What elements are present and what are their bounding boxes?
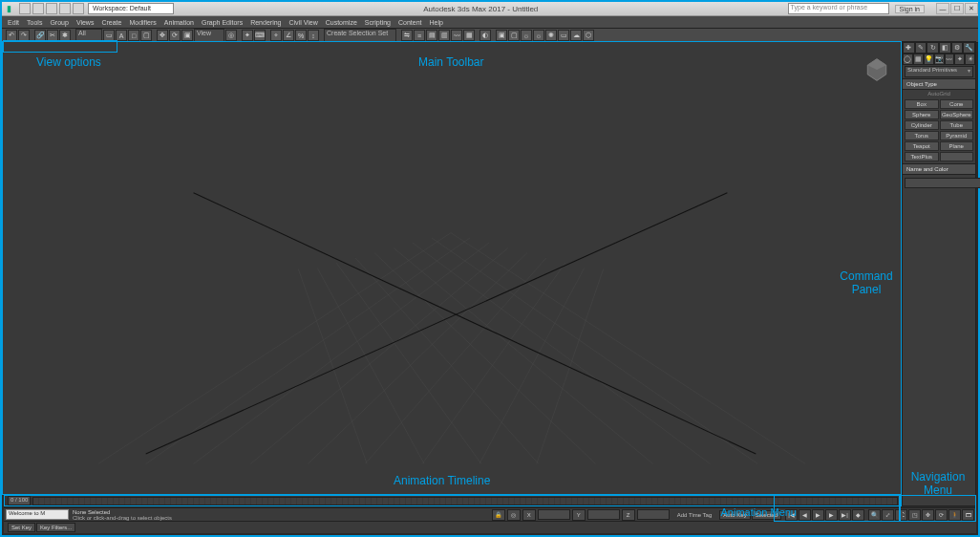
signin-button[interactable]: Sign in [895, 5, 925, 13]
rendered-frame-button[interactable]: ▢ [508, 30, 520, 41]
timeline-track[interactable] [32, 497, 898, 505]
prev-frame-icon[interactable]: ◀ [799, 509, 811, 521]
add-time-tag[interactable]: Add Time Tag [677, 512, 713, 518]
use-center-button[interactable]: ◎ [225, 30, 237, 41]
menu-rendering[interactable]: Rendering [250, 19, 281, 26]
tab-utilities-icon[interactable]: 🔧 [963, 42, 975, 54]
tab-create-icon[interactable]: ✚ [903, 42, 915, 54]
ref-coord-sys[interactable]: View [194, 29, 224, 42]
z-field[interactable] [637, 509, 670, 520]
menu-group[interactable]: Group [50, 19, 68, 26]
render-button[interactable]: ☼ [521, 30, 532, 41]
rotate-button[interactable]: ⟳ [169, 30, 181, 41]
qat-open-icon[interactable] [32, 3, 44, 14]
align-button[interactable]: ≡ [414, 30, 425, 41]
move-button[interactable]: ✥ [157, 30, 168, 41]
workspace-selector[interactable]: Workspace: Default [88, 3, 174, 14]
keyfilters-button[interactable]: Key Filters... [36, 523, 75, 532]
render-setup-button[interactable]: ▣ [496, 30, 507, 41]
goto-start-icon[interactable]: |◀ [785, 509, 798, 521]
menu-animation[interactable]: Animation [164, 19, 194, 26]
bind-spacewarp-button[interactable]: ✱ [59, 30, 71, 41]
rollout-name-color[interactable]: Name and Color [903, 163, 975, 175]
play-icon[interactable]: ▶ [812, 509, 824, 521]
animation-timeline[interactable]: 0 / 100 [4, 495, 902, 506]
select-object-button[interactable]: ▭ [103, 30, 115, 41]
menu-grapheditors[interactable]: Graph Editors [202, 19, 243, 26]
help-search-input[interactable]: Type a keyword or phrase [788, 3, 889, 14]
primitive-tube[interactable]: Tube [940, 120, 974, 130]
cat-spacewarps-icon[interactable]: ✦ [954, 54, 965, 65]
viewcube-icon[interactable] [864, 57, 889, 82]
maximize-icon[interactable]: ☐ [950, 3, 964, 14]
maxscript-listener[interactable]: Welcome to M [6, 509, 69, 520]
cat-shapes-icon[interactable]: ▦ [913, 54, 924, 65]
autogrid-checkbox[interactable]: AutoGrid [903, 90, 975, 97]
object-name-input[interactable] [905, 178, 980, 188]
menu-civilview[interactable]: Civil View [288, 19, 317, 26]
select-region-button[interactable]: □ [128, 30, 139, 41]
pan-icon[interactable]: ✥ [922, 509, 934, 521]
minimize-icon[interactable]: — [936, 3, 949, 14]
cat-geometry-icon[interactable]: ◯ [903, 54, 913, 65]
scale-button[interactable]: ▣ [181, 30, 193, 41]
orbit-icon[interactable]: ⟳ [935, 509, 948, 521]
primitive-geosphere[interactable]: GeoSphere [940, 110, 974, 119]
qat-save-icon[interactable] [46, 3, 57, 14]
primitive-teapot[interactable]: Teapot [905, 141, 939, 151]
render-activeshade-button[interactable]: ✺ [545, 30, 557, 41]
render-iterative-button[interactable]: ☼ [533, 30, 544, 41]
selected-key-button[interactable]: Selected [752, 510, 781, 520]
viewport[interactable] [2, 41, 902, 495]
mirror-button[interactable]: ⇋ [401, 30, 413, 41]
zoom-all-icon[interactable]: ⤢ [882, 509, 894, 521]
ribbon-button[interactable]: ▥ [438, 30, 450, 41]
primitive-cylinder[interactable]: Cylinder [905, 120, 939, 130]
isolate-icon[interactable]: ◎ [507, 509, 521, 521]
goto-end-icon[interactable]: ▶| [839, 509, 851, 521]
zoom-icon[interactable]: 🔍 [868, 509, 881, 521]
rollout-object-type[interactable]: Object Type [903, 78, 975, 90]
autokey-button[interactable]: Auto Key [719, 510, 750, 520]
menu-scripting[interactable]: Scripting [365, 19, 391, 26]
setkey-button[interactable]: Set Key [8, 523, 35, 532]
x-field[interactable] [538, 509, 570, 520]
selection-filter[interactable]: All [75, 29, 102, 42]
spinner-snap-button[interactable]: ↕ [308, 30, 319, 41]
selection-set-field[interactable]: Create Selection Set [324, 29, 396, 42]
primitive-pyramid[interactable]: Pyramid [940, 131, 974, 140]
fov-icon[interactable]: ◳ [908, 509, 921, 521]
primitive-sphere[interactable]: Sphere [905, 110, 939, 119]
lock-selection-icon[interactable]: 🔒 [492, 509, 505, 521]
undo-button[interactable]: ↶ [6, 30, 17, 41]
key-mode-icon[interactable]: ◆ [852, 509, 864, 521]
menu-edit[interactable]: Edit [8, 19, 19, 26]
walk-icon[interactable]: 🚶 [948, 509, 961, 521]
y-field[interactable] [587, 509, 620, 520]
qat-redo-icon[interactable] [73, 3, 84, 14]
zoom-extents-icon[interactable]: ⛶ [895, 509, 907, 521]
link-button[interactable]: 🔗 [34, 30, 46, 41]
qat-new-icon[interactable] [19, 3, 31, 14]
tab-display-icon[interactable]: ⚙ [951, 42, 964, 54]
menu-views[interactable]: Views [76, 19, 95, 26]
tab-hierarchy-icon[interactable]: ↻ [927, 42, 939, 54]
menu-customize[interactable]: Customize [326, 19, 357, 26]
curve-editor-button[interactable]: 〰 [451, 30, 462, 41]
cat-cameras-icon[interactable]: 📷 [934, 54, 945, 65]
primitive-torus[interactable]: Torus [905, 131, 939, 140]
open-autodesk-button[interactable]: ⬡ [583, 30, 594, 41]
select-manipulate-button[interactable]: ✦ [242, 30, 253, 41]
angle-snap-button[interactable]: ∠ [283, 30, 294, 41]
max-viewport-icon[interactable]: 🗖 [962, 509, 974, 521]
keyboard-shortcut-button[interactable]: ⌨ [254, 30, 266, 41]
menu-tools[interactable]: Tools [27, 19, 42, 26]
tab-modify-icon[interactable]: ✎ [915, 42, 927, 54]
frame-indicator[interactable]: 0 / 100 [8, 496, 31, 505]
material-editor-button[interactable]: ◐ [479, 30, 491, 41]
geometry-type-dropdown[interactable]: Standard Primitives [905, 66, 973, 77]
cat-systems-icon[interactable]: ☀ [965, 54, 975, 65]
menu-help[interactable]: Help [430, 19, 443, 26]
tab-motion-icon[interactable]: ◧ [939, 42, 951, 54]
select-name-button[interactable]: A [116, 30, 127, 41]
